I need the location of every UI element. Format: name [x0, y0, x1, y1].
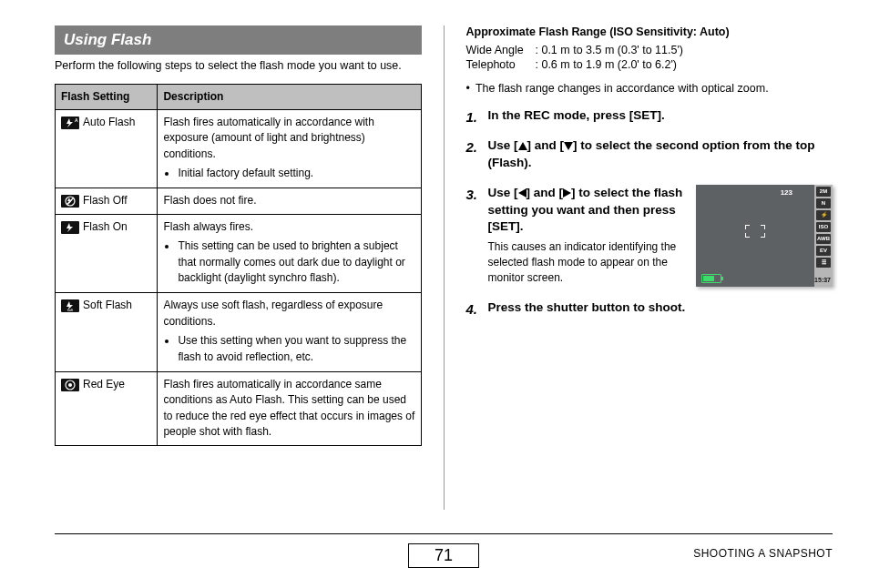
- step-title: Use [] and [] to select the flash settin…: [488, 186, 683, 234]
- step-item: In the REC mode, press [SET].: [466, 107, 833, 125]
- steps-list: In the REC mode, press [SET].Use [] and …: [466, 107, 833, 317]
- lcd-badge: N: [816, 198, 831, 208]
- column-divider: [444, 25, 445, 510]
- page-footer: 71 SHOOTING A SNAPSHOT: [55, 533, 833, 568]
- flash-description-cell: Flash fires automatically in accordance …: [158, 371, 421, 445]
- flash-setting-cell: Flash Off: [56, 188, 158, 214]
- flash-soft-icon: soft: [61, 299, 79, 312]
- lcd-shot-count: 123: [781, 188, 792, 198]
- lcd-time: 15:37: [814, 276, 831, 285]
- flash-setting-cell: Red Eye: [56, 371, 158, 445]
- lcd-badge: ☰: [816, 258, 831, 268]
- flash-setting-cell: AAuto Flash: [56, 109, 158, 188]
- table-row: Flash OnFlash always fires.This setting …: [56, 214, 422, 293]
- col-header-setting: Flash Setting: [56, 84, 158, 109]
- step-title: Use [] and [] to select the second optio…: [488, 138, 815, 169]
- triangle-up-icon: [518, 142, 527, 150]
- redeye-icon: [61, 379, 79, 391]
- flash-off-icon: [61, 195, 79, 208]
- flash-on-icon: [61, 221, 79, 234]
- lcd-focus-frame: [745, 225, 765, 238]
- flash-setting-cell: softSoft Flash: [56, 293, 158, 372]
- footer-section-label: SHOOTING A SNAPSHOT: [693, 547, 833, 560]
- battery-icon: [701, 274, 721, 283]
- triangle-left-icon: [518, 188, 527, 198]
- flash-description-cell: Always use soft flash, regardless of exp…: [158, 293, 421, 372]
- flash-range-note: •The flash range changes in accordance w…: [466, 82, 833, 95]
- flash-range-line: Telephoto: 0.6 m to 1.9 m (2.0' to 6.2'): [466, 58, 833, 71]
- page-number: 71: [408, 543, 479, 568]
- step-title: In the REC mode, press [SET].: [488, 108, 665, 122]
- table-row: softSoft FlashAlways use soft flash, reg…: [56, 293, 422, 372]
- left-column: Using Flash Perform the following steps …: [55, 25, 422, 510]
- lcd-badge: 2M: [816, 187, 831, 197]
- flash-setting-cell: Flash On: [56, 214, 158, 293]
- col-header-description: Description: [158, 84, 421, 109]
- step-item: Use [] and [] to select the flash settin…: [466, 185, 833, 287]
- svg-point-10: [68, 383, 72, 387]
- flash-settings-table: Flash Setting Description AAuto FlashFla…: [55, 84, 422, 446]
- step-item: Use [] and [] to select the second optio…: [466, 137, 833, 172]
- flash-range-line: Wide Angle: 0.1 m to 3.5 m (0.3' to 11.5…: [466, 44, 833, 56]
- section-title: Using Flash: [55, 25, 422, 55]
- triangle-right-icon: [563, 188, 571, 198]
- triangle-down-icon: [564, 142, 573, 150]
- step-body: This causes an indicator identifying the…: [488, 239, 686, 285]
- flash-description-cell: Flash does not fire.: [158, 188, 421, 214]
- flash-description-cell: Flash fires automatically in accordance …: [158, 109, 421, 188]
- flash-description-cell: Flash always fires.This setting can be u…: [158, 214, 421, 293]
- step-title: Press the shutter button to shoot.: [488, 300, 686, 314]
- lcd-sidebar: 2MN⚡ISOAWBEV☰ 15:37: [814, 185, 833, 287]
- lcd-badge: ⚡: [816, 210, 831, 220]
- right-column: Approximate Flash Range (ISO Sensitivity…: [466, 25, 833, 510]
- step-item: Press the shutter button to shoot.: [466, 299, 833, 317]
- lcd-badge: EV: [816, 246, 831, 256]
- lcd-badge: AWB: [816, 234, 831, 244]
- flash-auto-icon: A: [61, 117, 79, 129]
- svg-text:A: A: [75, 117, 78, 123]
- table-row: Red EyeFlash fires automatically in acco…: [56, 371, 422, 445]
- table-row: AAuto FlashFlash fires automatically in …: [56, 109, 422, 188]
- flash-range-title: Approximate Flash Range (ISO Sensitivity…: [466, 25, 833, 38]
- lcd-preview: 123 2MN⚡ISOAWBEV☰ 15:37: [696, 185, 833, 287]
- lcd-badge: ISO: [816, 222, 831, 232]
- svg-text:soft: soft: [67, 308, 74, 312]
- table-row: Flash OffFlash does not fire.: [56, 188, 422, 214]
- intro-text: Perform the following steps to select th…: [55, 58, 422, 75]
